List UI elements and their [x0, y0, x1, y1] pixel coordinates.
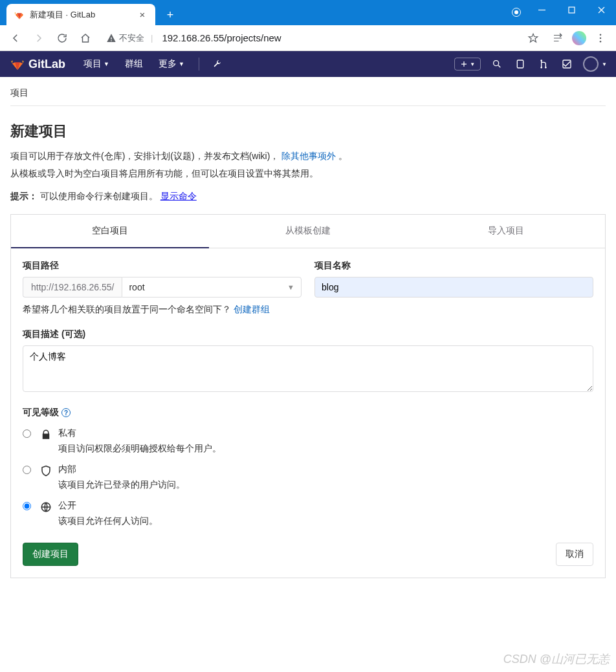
tab-import-project[interactable]: 导入项目: [407, 215, 605, 248]
brand-text: GitLab: [28, 58, 65, 71]
svg-point-8: [545, 67, 547, 69]
warning-icon: [106, 33, 116, 43]
globe-icon: [40, 501, 52, 513]
browser-toolbar: 不安全 |: [0, 25, 616, 51]
project-name-input[interactable]: [314, 277, 593, 298]
svg-point-4: [494, 61, 499, 66]
path-prefix: http://192.168.26.55/: [23, 277, 122, 298]
nav-home-button[interactable]: [75, 28, 96, 49]
nav-groups[interactable]: 群组: [117, 51, 151, 77]
new-tab-button[interactable]: +: [162, 6, 179, 23]
create-project-button[interactable]: 创建项目: [23, 543, 78, 566]
visibility-label: 可见等级: [23, 407, 59, 418]
group-hint-text: 希望将几个相关联的项目放置于同一个命名空间下？: [23, 304, 231, 314]
tab-favicon: [14, 10, 25, 20]
window-minimize-icon[interactable]: [527, 0, 556, 20]
page-title: 新建项目: [10, 122, 606, 141]
svg-point-3: [600, 40, 602, 42]
account-indicator-icon[interactable]: [512, 8, 521, 17]
tab-from-template[interactable]: 从模板创建: [209, 215, 407, 248]
gitlab-navbar: GitLab 项目▼ 群组 更多▼ ▼ ▼: [0, 51, 616, 77]
window-maximize-icon[interactable]: [556, 0, 586, 20]
gitlab-logo-icon: [10, 57, 25, 71]
chevron-down-icon: ▼: [104, 61, 109, 67]
extension-icon[interactable]: [572, 31, 586, 45]
svg-rect-5: [517, 60, 523, 68]
address-bar-input[interactable]: [158, 30, 515, 46]
bookmark-star-icon[interactable]: [523, 28, 544, 49]
other-matters-link[interactable]: 除其他事项外: [281, 151, 336, 161]
user-avatar[interactable]: [583, 56, 599, 72]
admin-wrench-icon[interactable]: [206, 53, 228, 75]
svg-point-7: [540, 67, 542, 69]
project-path-label: 项目路径: [23, 260, 302, 272]
reading-list-icon[interactable]: [547, 28, 568, 49]
plus-icon: [460, 60, 468, 68]
svg-point-1: [600, 34, 602, 36]
visibility-internal-radio[interactable]: [23, 466, 31, 474]
tab-title: 新建项目 · GitLab: [30, 9, 132, 21]
chevron-down-icon: ▼: [602, 61, 607, 67]
visibility-public-radio[interactable]: [23, 502, 31, 510]
lock-icon: [40, 429, 52, 440]
intro-block: 项目可以用于存放文件(仓库)，安排计划(议题)，并发布文档(wiki)， 除其他…: [10, 147, 606, 182]
svg-point-6: [540, 60, 542, 61]
create-group-link[interactable]: 创建群组: [234, 304, 270, 314]
nav-reload-button[interactable]: [52, 28, 72, 49]
gitlab-logo[interactable]: GitLab: [0, 57, 76, 71]
svg-rect-9: [563, 60, 571, 68]
security-status[interactable]: 不安全 |: [101, 32, 158, 44]
help-icon[interactable]: ?: [61, 408, 71, 417]
nav-back-button[interactable]: [5, 28, 26, 49]
security-label: 不安全: [119, 32, 144, 44]
tab-blank-project[interactable]: 空白项目: [11, 215, 209, 248]
description-label: 项目描述 (可选): [23, 329, 593, 340]
tip-row: 提示： 可以使用命令行来创建项目。 显示命令: [10, 191, 606, 202]
chevron-down-icon: ▼: [287, 283, 294, 291]
chevron-down-icon: ▼: [470, 61, 475, 67]
breadcrumb[interactable]: 项目: [10, 87, 606, 106]
browser-titlebar: 新建项目 · GitLab × +: [0, 0, 616, 25]
tab-close-icon[interactable]: ×: [137, 9, 148, 20]
nav-todos-icon[interactable]: [556, 53, 578, 75]
visibility-private-radio[interactable]: [23, 429, 31, 438]
nav-more[interactable]: 更多▼: [151, 51, 192, 77]
form-panel: 项目路径 http://192.168.26.55/ root ▼ 希望将几个相…: [10, 248, 606, 578]
namespace-select[interactable]: root ▼: [122, 277, 302, 298]
nav-separator: [199, 58, 199, 70]
svg-point-2: [600, 37, 602, 39]
window-close-icon[interactable]: [586, 0, 616, 20]
nav-issues-icon[interactable]: [509, 53, 531, 75]
nav-merge-requests-icon[interactable]: [533, 53, 555, 75]
svg-rect-0: [569, 7, 575, 13]
description-textarea[interactable]: 个人博客: [23, 345, 593, 392]
browser-tab[interactable]: 新建项目 · GitLab ×: [6, 4, 155, 25]
browser-menu-icon[interactable]: [590, 28, 611, 49]
nav-forward-button[interactable]: [28, 28, 49, 49]
project-tabs: 空白项目 从模板创建 导入项目: [10, 214, 606, 248]
show-command-link[interactable]: 显示命令: [160, 191, 197, 201]
chevron-down-icon: ▼: [179, 61, 184, 67]
shield-icon: [40, 465, 52, 477]
project-name-label: 项目名称: [314, 260, 593, 272]
nav-create-button[interactable]: ▼: [454, 58, 481, 70]
cancel-button[interactable]: 取消: [556, 543, 593, 566]
nav-projects[interactable]: 项目▼: [76, 51, 117, 77]
nav-search-icon[interactable]: [486, 53, 508, 75]
